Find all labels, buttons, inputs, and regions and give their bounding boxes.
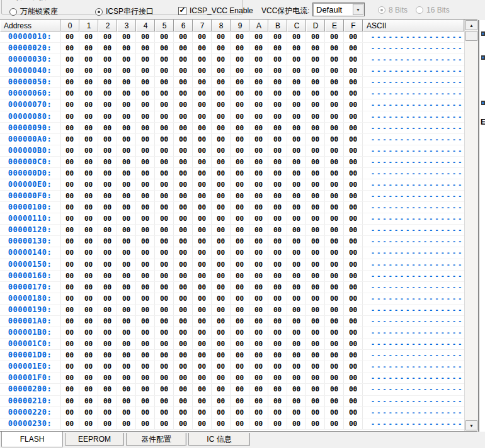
hex-cell[interactable]: 00	[306, 31, 325, 42]
tab-flash[interactable]: FLASH	[1, 432, 63, 447]
hex-cell[interactable]: 00	[193, 271, 212, 281]
hex-cell[interactable]: 00	[174, 179, 193, 190]
hex-cell[interactable]: 00	[249, 179, 268, 190]
hex-cell[interactable]: 00	[174, 259, 193, 270]
hex-cell[interactable]: 00	[287, 407, 306, 418]
hex-cell[interactable]: 00	[325, 293, 344, 304]
hex-cell[interactable]: 00	[268, 111, 287, 122]
hex-cell[interactable]: 00	[344, 407, 363, 418]
hex-cell[interactable]: 00	[174, 43, 193, 53]
hex-cell[interactable]: 00	[268, 418, 287, 429]
hex-cell[interactable]: 00	[117, 372, 136, 383]
hex-cell[interactable]: 00	[231, 361, 249, 372]
hex-cell[interactable]: 00	[136, 213, 155, 224]
hex-cell[interactable]: 00	[98, 271, 117, 281]
hex-cell[interactable]: 00	[268, 123, 287, 133]
hex-cell[interactable]: 00	[98, 418, 117, 429]
hex-cell[interactable]: 00	[98, 77, 117, 87]
hex-cell[interactable]: 00	[231, 271, 249, 281]
hex-cell[interactable]: 00	[212, 145, 231, 156]
hex-cell[interactable]: 00	[231, 31, 249, 42]
hex-cell[interactable]: 00	[117, 339, 136, 349]
hex-cell[interactable]: 00	[287, 99, 306, 110]
hex-cell[interactable]: 00	[155, 305, 174, 315]
hex-cell[interactable]: 00	[155, 168, 174, 179]
hex-cell[interactable]: 00	[287, 372, 306, 383]
hex-cell[interactable]: 00	[155, 88, 174, 99]
hex-cell[interactable]: 00	[193, 418, 212, 429]
radio-universal-socket[interactable]: 万能锁紧座	[9, 6, 58, 17]
hex-cell[interactable]: 00	[268, 305, 287, 315]
hex-cell[interactable]: 00	[306, 384, 325, 395]
hex-cell[interactable]: 00	[287, 327, 306, 338]
hex-cell[interactable]: 00	[98, 191, 117, 201]
hex-cell[interactable]: 00	[136, 111, 155, 122]
hex-cell[interactable]: 00	[60, 236, 79, 247]
hex-cell[interactable]: 00	[212, 168, 231, 179]
hex-cell[interactable]: 00	[117, 43, 136, 53]
hex-cell[interactable]: 00	[344, 350, 363, 361]
hex-cell[interactable]: 00	[136, 191, 155, 201]
hex-cell[interactable]: 00	[98, 247, 117, 258]
hex-cell[interactable]: 00	[249, 77, 268, 87]
hex-cell[interactable]: 00	[98, 99, 117, 110]
hex-cell[interactable]: 00	[268, 202, 287, 213]
hex-cell[interactable]: 00	[306, 407, 325, 418]
hex-cell[interactable]: 00	[306, 157, 325, 167]
hex-cell[interactable]: 00	[325, 361, 344, 372]
hex-cell[interactable]: 00	[212, 65, 231, 76]
hex-cell[interactable]: 00	[60, 111, 79, 122]
hex-cell[interactable]: 00	[231, 293, 249, 304]
radio-icsp-serial[interactable]: ICSP串行接口	[95, 6, 154, 17]
hex-cell[interactable]: 00	[268, 43, 287, 53]
hex-cell[interactable]: 00	[79, 202, 98, 213]
hex-cell[interactable]: 00	[155, 179, 174, 190]
hex-cell[interactable]: 00	[193, 361, 212, 372]
hex-cell[interactable]: 00	[60, 259, 79, 270]
hex-cell[interactable]: 00	[136, 123, 155, 133]
hex-cell[interactable]: 00	[212, 157, 231, 167]
hex-cell[interactable]: 00	[231, 99, 249, 110]
hex-cell[interactable]: 00	[60, 99, 79, 110]
hex-cell[interactable]: 00	[79, 31, 98, 42]
hex-cell[interactable]: 00	[249, 372, 268, 383]
hex-cell[interactable]: 00	[306, 259, 325, 270]
hex-cell[interactable]: 00	[117, 77, 136, 87]
hex-cell[interactable]: 00	[268, 236, 287, 247]
hex-cell[interactable]: 00	[79, 43, 98, 53]
hex-cell[interactable]: 00	[268, 99, 287, 110]
hex-cell[interactable]: 00	[344, 384, 363, 395]
hex-cell[interactable]: 00	[231, 418, 249, 429]
hex-cell[interactable]: 00	[268, 54, 287, 65]
hex-cell[interactable]: 00	[174, 396, 193, 406]
hex-cell[interactable]: 00	[325, 225, 344, 235]
hex-cell[interactable]: 00	[174, 99, 193, 110]
hex-cell[interactable]: 00	[344, 77, 363, 87]
hex-cell[interactable]: 00	[155, 31, 174, 42]
hex-cell[interactable]: 00	[193, 293, 212, 304]
hex-cell[interactable]: 00	[325, 202, 344, 213]
hex-cell[interactable]: 00	[212, 396, 231, 406]
hex-cell[interactable]: 00	[174, 168, 193, 179]
hex-cell[interactable]: 00	[136, 396, 155, 406]
hex-cell[interactable]: 00	[231, 350, 249, 361]
hex-cell[interactable]: 00	[325, 305, 344, 315]
hex-cell[interactable]: 00	[193, 134, 212, 145]
hex-cell[interactable]: 00	[287, 350, 306, 361]
hex-cell[interactable]: 00	[287, 271, 306, 281]
hex-cell[interactable]: 00	[193, 145, 212, 156]
hex-cell[interactable]: 00	[174, 327, 193, 338]
hex-cell[interactable]: 00	[117, 316, 136, 327]
hex-cell[interactable]: 00	[306, 77, 325, 87]
hex-cell[interactable]: 00	[268, 316, 287, 327]
hex-cell[interactable]: 00	[155, 54, 174, 65]
hex-cell[interactable]: 00	[60, 372, 79, 383]
hex-cell[interactable]: 00	[79, 145, 98, 156]
hex-cell[interactable]: 00	[117, 111, 136, 122]
hex-cell[interactable]: 00	[306, 88, 325, 99]
hex-cell[interactable]: 00	[117, 327, 136, 338]
hex-cell[interactable]: 00	[98, 316, 117, 327]
hex-cell[interactable]: 00	[231, 65, 249, 76]
hex-cell[interactable]: 00	[231, 316, 249, 327]
hex-cell[interactable]: 00	[287, 418, 306, 429]
